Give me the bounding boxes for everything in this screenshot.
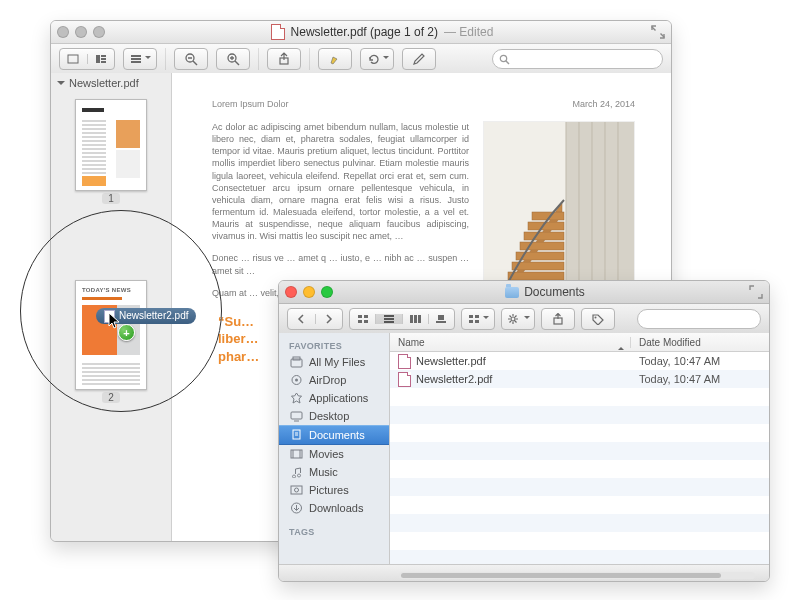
finder-sidebar: FAVORITES All My Files AirDrop Applicati… bbox=[279, 333, 390, 565]
pdf-file-icon bbox=[398, 372, 411, 387]
view-thumbnails-icon[interactable] bbox=[88, 54, 115, 64]
svg-line-58 bbox=[509, 321, 511, 323]
nav-back-forward[interactable] bbox=[287, 308, 343, 330]
sidebar-item-pictures[interactable]: Pictures bbox=[279, 481, 389, 499]
highlight-button[interactable] bbox=[318, 48, 352, 70]
view-continuous-icon[interactable] bbox=[60, 54, 88, 64]
sidebar-file-header[interactable]: Newsletter.pdf bbox=[51, 73, 171, 93]
body-paragraph-1: Ac dolor ac adipiscing amet bibendum nul… bbox=[212, 121, 469, 242]
sidebar-item-desktop[interactable]: Desktop bbox=[279, 407, 389, 425]
svg-rect-47 bbox=[475, 315, 479, 318]
sidebar-item-airdrop[interactable]: AirDrop bbox=[279, 371, 389, 389]
share-dropdown[interactable] bbox=[541, 308, 575, 330]
close-icon[interactable] bbox=[285, 286, 297, 298]
file-name: Newsletter2.pdf bbox=[416, 373, 492, 385]
view-mode-segmented[interactable] bbox=[59, 48, 115, 70]
arrange-dropdown[interactable] bbox=[461, 308, 495, 330]
svg-rect-35 bbox=[364, 315, 368, 318]
svg-rect-46 bbox=[469, 315, 473, 318]
finder-search-input[interactable] bbox=[648, 312, 770, 326]
svg-line-57 bbox=[515, 316, 517, 318]
page-thumbnail-1[interactable] bbox=[75, 99, 147, 191]
zoom-in-button[interactable] bbox=[216, 48, 250, 70]
svg-rect-6 bbox=[131, 58, 141, 60]
empty-list-area[interactable] bbox=[390, 388, 769, 565]
sidebar-item-applications[interactable]: Applications bbox=[279, 389, 389, 407]
markup-button[interactable] bbox=[402, 48, 436, 70]
minimize-icon[interactable] bbox=[303, 286, 315, 298]
view-options-dropdown[interactable] bbox=[123, 48, 157, 70]
forward-button[interactable] bbox=[316, 314, 343, 324]
column-header-date[interactable]: Date Modified bbox=[630, 337, 769, 348]
sidebar-item-documents[interactable]: Documents bbox=[279, 425, 389, 445]
sidebar-section-favorites: FAVORITES bbox=[279, 337, 389, 353]
list-icon bbox=[130, 54, 142, 64]
svg-point-50 bbox=[511, 317, 515, 321]
svg-line-17 bbox=[506, 61, 509, 64]
fullscreen-icon[interactable] bbox=[749, 285, 763, 299]
page-thumbnail-2-label: 2 bbox=[102, 392, 120, 403]
movies-icon bbox=[289, 448, 303, 460]
folder-icon bbox=[505, 287, 519, 298]
minimize-icon[interactable] bbox=[75, 26, 87, 38]
tags-button[interactable] bbox=[581, 308, 615, 330]
action-dropdown[interactable] bbox=[501, 308, 535, 330]
zoom-out-icon bbox=[184, 52, 198, 66]
columns-icon bbox=[409, 314, 421, 324]
sidebar-section-tags: TAGS bbox=[279, 523, 389, 539]
sidebar-item-label: Music bbox=[309, 466, 338, 478]
page-thumbnail-1-label: 1 bbox=[102, 193, 120, 204]
zoom-icon[interactable] bbox=[93, 26, 105, 38]
scrollbar-thumb[interactable] bbox=[401, 573, 721, 578]
documents-icon bbox=[289, 429, 303, 441]
svg-rect-3 bbox=[101, 58, 106, 60]
sidebar-item-movies[interactable]: Movies bbox=[279, 445, 389, 463]
back-button[interactable] bbox=[288, 314, 316, 324]
svg-rect-0 bbox=[68, 55, 78, 63]
preview-search-input[interactable] bbox=[514, 52, 656, 66]
thumbnail-2-title: TODAY'S NEWS bbox=[82, 287, 140, 295]
sidebar-item-label: Documents bbox=[309, 429, 365, 441]
zoom-out-button[interactable] bbox=[174, 48, 208, 70]
view-switcher[interactable] bbox=[349, 308, 455, 330]
finder-search-field[interactable] bbox=[637, 309, 761, 329]
svg-rect-41 bbox=[410, 315, 413, 323]
fullscreen-icon[interactable] bbox=[651, 25, 665, 39]
sidebar-item-all-my-files[interactable]: All My Files bbox=[279, 353, 389, 371]
file-date: Today, 10:47 AM bbox=[631, 373, 769, 385]
zoom-icon[interactable] bbox=[321, 286, 333, 298]
coverflow-view-button[interactable] bbox=[429, 314, 454, 324]
file-list: Name Date Modified Newsletter.pdf Today,… bbox=[390, 333, 769, 565]
disclosure-triangle-icon[interactable] bbox=[57, 81, 65, 89]
preview-titlebar[interactable]: Newsletter.pdf (page 1 of 2) — Edited bbox=[51, 21, 671, 44]
list-view-button[interactable] bbox=[376, 314, 402, 324]
rotate-dropdown[interactable] bbox=[360, 48, 394, 70]
column-view-button[interactable] bbox=[403, 314, 429, 324]
preview-search-field[interactable] bbox=[492, 49, 663, 69]
sidebar-item-music[interactable]: Music bbox=[279, 463, 389, 481]
column-headers[interactable]: Name Date Modified bbox=[390, 333, 769, 352]
close-icon[interactable] bbox=[57, 26, 69, 38]
icon-view-button[interactable] bbox=[350, 314, 376, 324]
pdf-file-icon bbox=[398, 354, 411, 369]
finder-traffic-lights bbox=[285, 286, 333, 298]
column-header-name[interactable]: Name bbox=[390, 337, 630, 348]
svg-rect-5 bbox=[131, 55, 141, 57]
music-icon bbox=[289, 466, 303, 478]
file-row[interactable]: Newsletter2.pdf Today, 10:47 AM bbox=[390, 370, 769, 388]
svg-rect-2 bbox=[101, 55, 106, 57]
sidebar-item-label: Desktop bbox=[309, 410, 349, 422]
sidebar-item-downloads[interactable]: Downloads bbox=[279, 499, 389, 517]
pictures-icon bbox=[289, 484, 303, 496]
page-thumbnail-2[interactable]: TODAY'S NEWS bbox=[75, 280, 147, 390]
window-title: Newsletter.pdf (page 1 of 2) bbox=[291, 25, 438, 39]
svg-rect-31 bbox=[524, 232, 564, 240]
svg-line-14 bbox=[235, 61, 239, 65]
share-icon bbox=[551, 313, 565, 325]
svg-line-56 bbox=[515, 321, 517, 323]
file-row[interactable]: Newsletter.pdf Today, 10:47 AM bbox=[390, 352, 769, 370]
share-button[interactable] bbox=[267, 48, 301, 70]
file-date: Today, 10:47 AM bbox=[631, 355, 769, 367]
finder-titlebar[interactable]: Documents bbox=[279, 281, 769, 304]
horizontal-scrollbar[interactable] bbox=[399, 572, 755, 579]
